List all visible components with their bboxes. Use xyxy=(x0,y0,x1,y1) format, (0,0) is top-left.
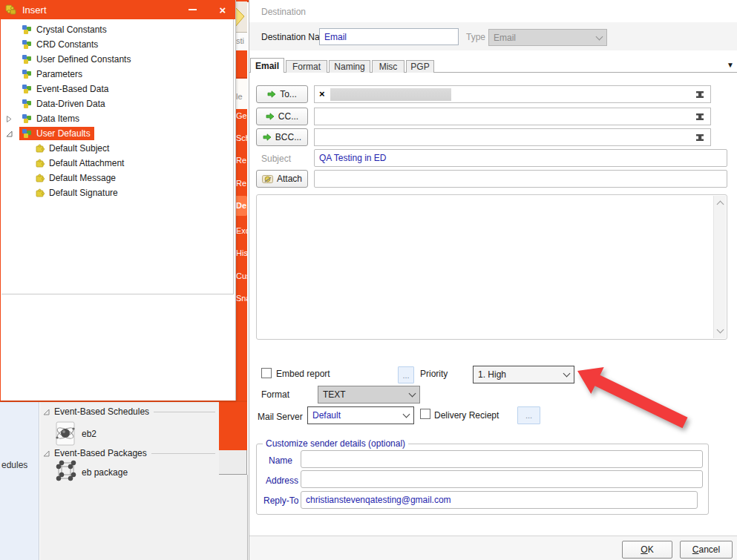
insert-tree-panel: Crystal Constants CRD Constants User Def… xyxy=(1,19,234,294)
cancel-button[interactable]: Cancel xyxy=(680,541,733,559)
scroll-down-icon[interactable] xyxy=(717,326,724,334)
green-arrow-icon xyxy=(263,133,272,142)
chevron-down-icon xyxy=(596,33,603,40)
priority-dropdown[interactable]: 1. High xyxy=(473,366,574,383)
background-left-column xyxy=(0,401,39,560)
tree-item-crd-constants[interactable]: CRD Constants xyxy=(22,37,98,52)
group-rule xyxy=(151,453,215,454)
rail-item-exception[interactable]: Exc xyxy=(236,226,249,235)
tree-item-default-attachment[interactable]: Default Attachment xyxy=(35,156,124,171)
type-label: Type xyxy=(466,32,485,42)
puzzle-multi-icon xyxy=(22,69,32,79)
sender-name-input[interactable] xyxy=(301,450,703,468)
package-item-eb-package[interactable]: eb package xyxy=(82,467,128,478)
mail-server-label: Mail Server xyxy=(258,412,303,422)
cc-button-label: CC... xyxy=(278,111,298,122)
to-field[interactable]: × xyxy=(314,85,711,103)
type-dropdown[interactable]: Email xyxy=(488,29,607,46)
group-event-based-packages[interactable]: Event-Based Packages xyxy=(43,448,215,458)
destination-panel-title: Destination xyxy=(261,7,306,17)
bcc-field[interactable] xyxy=(314,128,711,146)
partial-schedules-label: edules xyxy=(1,460,27,470)
tree-item-crystal-constants[interactable]: Crystal Constants xyxy=(22,22,107,37)
minimize-icon xyxy=(189,9,197,10)
insert-title-bar[interactable]: Insert × xyxy=(1,0,235,19)
tree-item-parameters[interactable]: Parameters xyxy=(22,67,82,82)
green-arrow-icon xyxy=(266,112,275,121)
collapsed-triangle-icon[interactable] xyxy=(6,116,13,122)
embed-options-button[interactable]: ... xyxy=(398,366,414,383)
embed-report-checkbox[interactable] xyxy=(261,368,272,378)
remove-recipient-icon[interactable]: × xyxy=(319,88,325,99)
delivery-receipt-checkbox[interactable] xyxy=(420,409,430,419)
delivery-options-button[interactable]: ... xyxy=(517,406,540,424)
cc-button[interactable]: CC... xyxy=(256,108,308,125)
schedule-item-eb2[interactable]: eb2 xyxy=(82,429,96,439)
puzzle-multi-icon xyxy=(22,128,32,139)
tree-item-event-based-data[interactable]: Event-Based Data xyxy=(22,82,108,96)
bcc-button-label: BCC... xyxy=(275,132,301,142)
chevron-down-icon xyxy=(403,411,410,418)
attach-button-label: Attach xyxy=(277,174,302,184)
minimize-button[interactable] xyxy=(180,0,205,19)
rail-item-repeat[interactable]: Re xyxy=(236,156,246,165)
puzzle-yellow-icon xyxy=(35,174,45,183)
tree-item-data-driven-data[interactable]: Data-Driven Data xyxy=(22,96,105,111)
close-button[interactable]: × xyxy=(210,0,235,19)
type-value: Email xyxy=(494,33,597,43)
atom-document-icon xyxy=(53,421,77,447)
redacted-recipient xyxy=(330,88,451,101)
tree-item-default-signature[interactable]: Default Signature xyxy=(35,185,118,200)
sender-address-input[interactable] xyxy=(301,470,703,488)
tab-format[interactable]: Format xyxy=(286,60,327,73)
sender-address-label: Address xyxy=(266,475,298,486)
message-scrollbar[interactable] xyxy=(713,196,726,338)
insert-constant-icon[interactable] xyxy=(695,134,704,141)
tree-item-user-defaults[interactable]: User Defaults xyxy=(19,126,94,141)
scroll-up-icon[interactable] xyxy=(717,201,724,208)
mail-server-dropdown[interactable]: Default xyxy=(307,406,414,424)
puzzle-multi-icon xyxy=(22,113,32,124)
tree-item-default-message[interactable]: Default Message xyxy=(35,171,116,185)
message-body-textarea[interactable] xyxy=(256,194,727,340)
insert-constant-icon[interactable] xyxy=(695,113,704,120)
chevron-down-icon xyxy=(409,390,416,398)
attachment-icon xyxy=(262,174,273,184)
attachment-field[interactable] xyxy=(314,170,727,188)
rail-item-general[interactable]: Ge xyxy=(236,111,247,120)
insert-constant-icon[interactable] xyxy=(695,91,704,98)
tab-email[interactable]: Email xyxy=(250,58,284,73)
tree-item-data-items[interactable]: Data Items xyxy=(22,111,79,126)
puzzle-yellow-icon xyxy=(35,159,45,168)
ok-button[interactable]: OK xyxy=(622,541,672,559)
rail-item-history[interactable]: His xyxy=(236,248,248,257)
reply-to-input[interactable] xyxy=(301,491,698,509)
rail-bottom-cap xyxy=(219,450,247,475)
group-label: Event-Based Packages xyxy=(54,448,147,458)
tab-pgp[interactable]: PGP xyxy=(406,60,434,73)
to-button[interactable]: To... xyxy=(256,85,308,103)
group-event-based-schedules[interactable]: Event-Based Schedules xyxy=(43,406,215,417)
puzzle-multi-icon xyxy=(22,84,32,94)
cube-molecule-icon xyxy=(53,458,79,484)
priority-label: Priority xyxy=(420,369,448,379)
attach-button[interactable]: Attach xyxy=(256,170,308,188)
sender-name-label: Name xyxy=(269,455,292,466)
tree-item-user-defined-constants[interactable]: User Defined Constants xyxy=(22,52,131,67)
bcc-button[interactable]: BCC... xyxy=(256,128,308,146)
format-dropdown[interactable]: TEXT xyxy=(318,386,420,403)
tab-overflow-caret-icon[interactable]: ▼ xyxy=(727,61,734,69)
cc-field[interactable] xyxy=(314,108,711,125)
tab-naming[interactable]: Naming xyxy=(329,60,370,73)
rail-item-report[interactable]: Re xyxy=(236,179,246,188)
expanded-triangle-icon[interactable] xyxy=(6,131,13,137)
destination-name-input[interactable] xyxy=(319,28,459,45)
tab-misc[interactable]: Misc xyxy=(372,60,404,73)
tree-item-default-subject[interactable]: Default Subject xyxy=(35,141,109,156)
puzzle-icon xyxy=(5,4,17,16)
subject-input[interactable] xyxy=(314,149,727,167)
group-rule xyxy=(154,412,215,412)
rail-item-destination[interactable]: De xyxy=(236,201,246,210)
close-icon: × xyxy=(220,4,226,16)
panel-divider-line xyxy=(247,475,248,560)
